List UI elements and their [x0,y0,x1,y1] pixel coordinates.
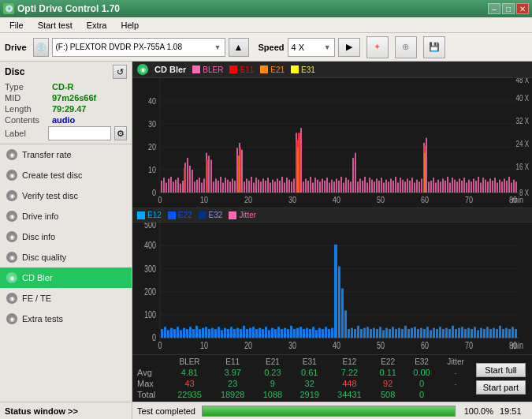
svg-rect-116 [369,178,370,193]
nav-fe-te[interactable]: ◉ FE / TE [0,288,132,309]
total-bler: 22935 [168,389,211,400]
svg-rect-82 [288,180,290,193]
svg-rect-130 [402,180,404,193]
disc-label-input[interactable] [48,126,111,140]
svg-text:40: 40 [148,96,156,106]
svg-rect-146 [440,181,441,193]
svg-rect-91 [310,177,311,193]
svg-rect-237 [243,326,245,338]
nav-disc-info[interactable]: ◉ Disc info [0,226,132,247]
svg-rect-127 [395,177,396,193]
svg-rect-171 [499,180,500,193]
data-table: BLER E11 E21 E31 E12 E22 E32 Jitter [132,357,473,400]
svg-rect-228 [214,329,217,338]
status-window-label[interactable]: Status window >> [5,406,78,416]
maximize-button[interactable]: □ [502,3,515,14]
svg-rect-312 [480,328,482,339]
svg-rect-138 [421,178,422,193]
nav-cd-bler[interactable]: ◉ CD Bler [0,267,132,288]
status-window-section: Status window >> [0,402,132,419]
disc-length-label: Length [5,104,52,114]
svg-rect-278 [373,328,375,339]
nav-verify-test-disc[interactable]: ◉ Verify test disc [0,185,132,206]
start-full-button[interactable]: Start full [476,363,526,377]
app-title: Opti Drive Control 1.70 [17,3,120,14]
speed-label: Speed [259,43,285,52]
svg-rect-176 [511,182,512,193]
svg-rect-219 [186,329,188,338]
app-icon: 💿 [3,3,14,14]
svg-rect-92 [312,182,314,193]
erase-button[interactable]: ✦ [366,36,389,58]
menu-extra[interactable]: Extra [80,19,113,32]
nav-icon-verify: ◉ [6,190,17,201]
svg-rect-221 [192,329,195,338]
status-right-section: Test completed 100.0% 19:51 [132,406,532,417]
svg-rect-222 [195,326,198,338]
max-e11: 23 [211,378,255,389]
svg-rect-52 [218,181,219,193]
svg-rect-112 [359,178,361,193]
svg-rect-135 [414,182,415,193]
chart1-svg: 0 10 20 30 40 0 10 20 30 40 50 60 70 80 … [132,78,532,208]
svg-rect-260 [315,330,318,338]
nav-drive-info[interactable]: ◉ Drive info [0,206,132,226]
total-e32: 0 [405,389,439,400]
col-header-e11: E11 [211,357,255,367]
svg-rect-151 [452,178,453,193]
svg-rect-163 [480,182,482,193]
nav-create-test-disc[interactable]: ◉ Create test disc [0,165,132,185]
svg-rect-64 [246,178,247,193]
legend-e11-label: E11 [240,65,254,74]
svg-rect-31 [168,178,169,193]
save-button[interactable]: 💾 [423,36,445,58]
svg-text:30: 30 [288,340,296,351]
progress-bar-fill [203,406,455,416]
svg-rect-257 [306,328,308,339]
chart2-title-bar: E12 E22 E32 Jitter [132,208,532,223]
minimize-button[interactable]: – [488,3,500,14]
svg-rect-211 [161,329,163,338]
svg-rect-42 [194,181,195,193]
nav-disc-quality[interactable]: ◉ Disc quality [0,247,132,267]
max-e31: 32 [291,378,328,389]
nav-extra-tests[interactable]: ◉ Extra tests [0,309,132,329]
svg-rect-75 [272,180,273,193]
col-header-e31: E31 [291,357,328,367]
svg-rect-125 [390,178,392,193]
close-button[interactable]: ✕ [516,3,529,14]
menu-help[interactable]: Help [114,19,145,32]
legend-e21-label: E21 [270,65,285,74]
legend-e32-label: E32 [209,211,223,219]
svg-rect-305 [458,328,460,339]
speed-select[interactable]: 4 X ▼ [288,38,335,57]
disc-mid-value: 97m26s66f [52,93,96,103]
menu-file[interactable]: File [3,19,30,32]
menu-start-test[interactable]: Start test [32,19,79,32]
svg-text:30: 30 [148,119,156,129]
svg-rect-226 [208,329,210,338]
svg-rect-88 [303,181,304,193]
go-button[interactable]: ▶ [338,38,360,57]
svg-rect-168 [492,181,493,193]
svg-rect-239 [249,328,251,339]
svg-rect-81 [286,178,288,193]
svg-rect-32 [170,177,172,193]
eject-button[interactable]: ▲ [229,38,249,57]
nav-items: ◉ Transfer rate ◉ Create test disc ◉ Ver… [0,144,132,402]
drive-combo-arrow: ▼ [214,43,221,51]
disc-refresh-button[interactable]: ↺ [113,65,127,79]
svg-rect-136 [416,180,418,193]
svg-rect-179 [184,168,186,193]
disc-label-button[interactable]: ⚙ [114,126,127,140]
svg-rect-72 [265,181,266,193]
status-text: Test completed [137,406,195,416]
burn-button[interactable]: ⊕ [395,36,417,58]
total-e11: 18928 [211,389,255,400]
svg-rect-118 [374,181,375,193]
svg-rect-266 [334,245,337,338]
nav-transfer-rate[interactable]: ◉ Transfer rate [0,144,132,165]
start-part-button[interactable]: Start part [476,380,526,395]
speed-value: 4 X [292,43,305,52]
drive-select[interactable]: (F:) PLEXTOR DVDR PX-755A 1.08 ▼ [52,38,225,57]
